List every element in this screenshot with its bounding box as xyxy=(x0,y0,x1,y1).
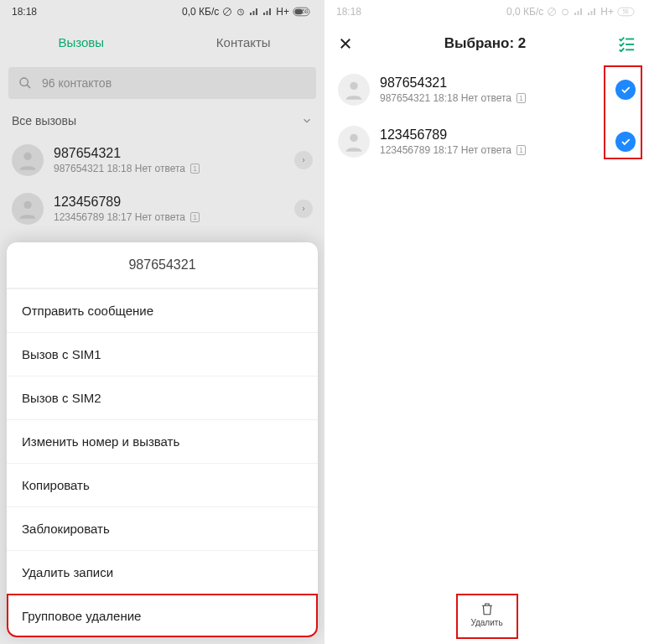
sheet-call-sim2[interactable]: Вызов с SIM2 xyxy=(7,376,318,419)
signal-icon xyxy=(574,7,584,17)
selection-title: Выбрано: 2 xyxy=(353,35,617,52)
svg-point-9 xyxy=(23,201,31,209)
sheet-edit-call[interactable]: Изменить номер и вызвать xyxy=(7,419,318,463)
delete-button[interactable]: Удалить xyxy=(460,595,512,634)
status-speed: 0,0 КБ/с xyxy=(506,6,543,18)
call-row[interactable]: 987654321 987654321 18:18 Нет ответа 1 xyxy=(0,136,324,184)
search-input[interactable]: 96 контактов xyxy=(8,67,316,99)
filter-row[interactable]: Все вызовы xyxy=(0,106,324,136)
checkbox-checked[interactable] xyxy=(615,132,636,152)
selection-header: Выбрано: 2 xyxy=(324,23,649,64)
tab-bar: Вызовы Контакты xyxy=(0,23,324,60)
sheet-copy[interactable]: Копировать xyxy=(7,463,318,506)
tab-contacts[interactable]: Контакты xyxy=(163,35,325,49)
svg-text:58: 58 xyxy=(302,8,309,14)
checklist-icon xyxy=(617,34,636,53)
sim-badge: 1 xyxy=(190,164,200,174)
status-bar: 18:18 0,0 КБ/с H+ 58 xyxy=(0,0,324,23)
sim-badge: 1 xyxy=(190,212,200,222)
alarm-icon xyxy=(560,7,570,17)
svg-point-12 xyxy=(563,9,569,15)
selection-row[interactable]: 987654321 987654321 18:18 Нет ответа 1 xyxy=(324,64,649,116)
call-text: 987654321 987654321 18:18 Нет ответа 1 xyxy=(380,75,605,104)
close-button[interactable] xyxy=(338,36,353,51)
alarm-icon xyxy=(236,7,246,17)
person-icon xyxy=(342,130,366,153)
search-icon xyxy=(18,76,32,90)
person-icon xyxy=(16,197,39,221)
delete-label: Удалить xyxy=(470,618,502,627)
battery-icon: 58 xyxy=(617,7,637,17)
dnd-icon xyxy=(547,7,557,17)
check-icon xyxy=(620,136,631,148)
call-row[interactable]: 123456789 123456789 18:17 Нет ответа 1 xyxy=(0,184,324,233)
chevron-right-icon xyxy=(300,157,307,164)
avatar xyxy=(12,193,44,225)
call-text: 123456789 123456789 18:17 Нет ответа 1 xyxy=(54,195,284,223)
svg-line-7 xyxy=(27,85,30,88)
status-net: H+ xyxy=(600,6,614,18)
pane-right: 18:18 0,0 КБ/с H+ 58 Выбрано: 2 98765432… xyxy=(324,0,649,644)
call-number: 123456789 xyxy=(54,195,284,210)
sheet-delete-records[interactable]: Удалить записи xyxy=(7,550,318,594)
status-bar: 18:18 0,0 КБ/с H+ 58 xyxy=(324,0,649,23)
person-icon xyxy=(16,148,39,172)
status-net: H+ xyxy=(276,6,289,18)
call-meta: 123456789 18:17 Нет ответа 1 xyxy=(54,211,284,223)
signal-icon-2 xyxy=(262,7,273,17)
pane-left: 18:18 0,0 КБ/с H+ 58 Вызовы Контакты 96 … xyxy=(0,0,324,644)
chevron-right-icon xyxy=(300,205,307,212)
sim-badge: 1 xyxy=(517,145,526,155)
call-number: 987654321 xyxy=(380,75,605,91)
person-icon xyxy=(342,78,366,101)
svg-text:58: 58 xyxy=(622,8,629,14)
checkbox-checked[interactable] xyxy=(615,80,636,100)
sheet-group-delete[interactable]: Групповое удаление xyxy=(7,594,318,637)
action-sheet: 987654321 Отправить сообщение Вызов с SI… xyxy=(7,242,318,637)
detail-button[interactable] xyxy=(294,200,313,218)
signal-icon-2 xyxy=(587,7,597,17)
status-icons: 0,0 КБ/с H+ 58 xyxy=(182,6,313,18)
avatar xyxy=(338,74,370,106)
battery-icon: 58 xyxy=(293,7,313,17)
status-speed: 0,0 КБ/с xyxy=(182,6,219,18)
svg-point-8 xyxy=(23,153,31,160)
sim-badge: 1 xyxy=(517,93,526,103)
close-icon xyxy=(338,36,353,51)
svg-point-6 xyxy=(20,78,28,86)
call-text: 987654321 987654321 18:18 Нет ответа 1 xyxy=(54,146,284,174)
call-meta: 987654321 18:18 Нет ответа 1 xyxy=(380,92,605,104)
check-icon xyxy=(620,84,631,96)
call-number: 123456789 xyxy=(380,127,605,143)
sheet-send-message[interactable]: Отправить сообщение xyxy=(7,288,318,332)
svg-point-19 xyxy=(350,134,357,142)
svg-point-18 xyxy=(350,82,357,90)
sheet-block[interactable]: Заблокировать xyxy=(7,506,318,550)
sheet-title: 987654321 xyxy=(7,242,318,288)
avatar xyxy=(12,144,44,176)
call-meta: 123456789 18:17 Нет ответа 1 xyxy=(380,144,605,156)
selection-row[interactable]: 123456789 123456789 18:17 Нет ответа 1 xyxy=(324,116,649,168)
svg-line-1 xyxy=(225,9,231,15)
search-placeholder: 96 контактов xyxy=(42,76,112,90)
dnd-icon xyxy=(222,7,232,17)
status-icons: 0,0 КБ/с H+ 58 xyxy=(506,6,637,18)
signal-icon xyxy=(249,7,259,17)
call-meta: 987654321 18:18 Нет ответа 1 xyxy=(54,163,284,174)
chevron-down-icon xyxy=(301,115,313,127)
svg-line-11 xyxy=(549,9,555,15)
select-all-button[interactable] xyxy=(617,34,636,53)
status-time: 18:18 xyxy=(336,6,361,18)
call-text: 123456789 123456789 18:17 Нет ответа 1 xyxy=(380,127,605,156)
tab-calls[interactable]: Вызовы xyxy=(0,35,163,49)
filter-label: Все вызовы xyxy=(12,114,76,127)
status-time: 18:18 xyxy=(12,6,37,18)
sheet-call-sim1[interactable]: Вызов с SIM1 xyxy=(7,332,318,376)
avatar xyxy=(338,126,370,158)
trash-icon xyxy=(480,601,495,616)
detail-button[interactable] xyxy=(294,151,313,169)
call-number: 987654321 xyxy=(54,146,284,161)
